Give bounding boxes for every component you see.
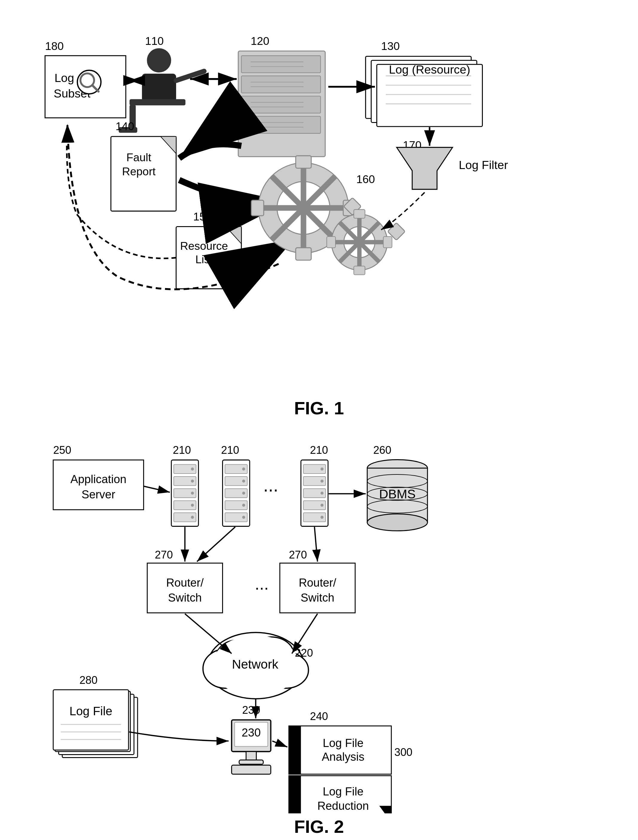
svg-text:230: 230 xyxy=(242,726,261,739)
resource-list-text-1: Resource xyxy=(180,240,228,252)
arrow-computer-analysis xyxy=(272,741,287,747)
svg-point-38 xyxy=(191,516,194,519)
log-file-analysis-text-2: Analysis xyxy=(322,750,365,763)
ref-150: 150 xyxy=(193,210,212,223)
svg-point-47 xyxy=(242,492,245,495)
svg-point-45 xyxy=(242,468,245,471)
ref-240: 240 xyxy=(310,710,328,723)
log-reduction-band xyxy=(289,776,301,813)
svg-point-37 xyxy=(191,504,194,507)
page: 180 Log Subset 110 xyxy=(0,0,638,840)
ref-180: 180 xyxy=(45,40,64,52)
fig2-diagram: 250 Application Server 210 210 210 xyxy=(24,437,614,813)
svg-point-46 xyxy=(242,479,245,482)
log-file-reduction-text-2: Reduction xyxy=(317,799,369,812)
person-seat xyxy=(129,99,185,106)
ref-250: 250 xyxy=(53,444,71,456)
ref-230: 230 xyxy=(242,704,261,716)
ref-270-left: 270 xyxy=(155,549,173,561)
server-icon-2 xyxy=(223,460,250,527)
ref-270-right: 270 xyxy=(289,549,307,561)
svg-point-35 xyxy=(191,479,194,482)
svg-rect-10 xyxy=(296,156,311,168)
arrow-server2-router xyxy=(197,527,235,562)
svg-point-58 xyxy=(321,492,324,495)
app-server-text-1: Application xyxy=(70,473,126,486)
log-resource-label: Log (Resource) xyxy=(389,63,470,76)
svg-rect-25 xyxy=(383,237,392,248)
fault-report-text-2: Report xyxy=(122,165,156,178)
router-switch-right-text-1: Router/ xyxy=(298,576,336,589)
log-file-analysis-text-1: Log File xyxy=(323,737,363,749)
svg-rect-24 xyxy=(327,237,335,248)
server-unit-2 xyxy=(241,76,321,93)
ref-220-label: 220 xyxy=(295,647,313,659)
server-unit-1 xyxy=(241,55,321,73)
resource-list-text-2: List xyxy=(195,253,213,266)
log-filter-funnel xyxy=(397,147,453,189)
fault-report-text-1: Fault xyxy=(126,151,152,164)
svg-rect-11 xyxy=(296,248,311,260)
app-server-text-2: Server xyxy=(82,488,115,501)
svg-rect-72 xyxy=(232,765,271,774)
svg-rect-70 xyxy=(246,751,256,760)
dbms-bottom xyxy=(367,514,428,531)
person-body xyxy=(142,74,176,102)
fig1-diagram: 180 Log Subset 110 xyxy=(24,18,614,395)
router-switch-right-text-2: Switch xyxy=(301,591,335,604)
arrow-server-fault xyxy=(179,144,241,158)
svg-point-60 xyxy=(321,516,324,519)
person-head xyxy=(147,49,171,72)
log-filter-label: Log Filter xyxy=(459,158,508,171)
log-analysis-band xyxy=(289,726,301,774)
svg-point-49 xyxy=(242,516,245,519)
router-switch-left-text-1: Router/ xyxy=(166,576,204,589)
router-switch-left-text-2: Switch xyxy=(168,591,202,604)
server-unit-4 xyxy=(241,116,321,133)
arrow-server3-router xyxy=(314,527,317,562)
svg-point-56 xyxy=(321,468,324,471)
server-icon-3 xyxy=(301,460,328,527)
ref-260: 260 xyxy=(373,444,392,456)
fig2-label: FIG. 2 xyxy=(24,816,614,837)
svg-rect-77 xyxy=(53,690,129,750)
arrow-filter-gear-dashed xyxy=(381,192,425,230)
ref-140: 140 xyxy=(115,120,134,133)
arrow-logfile-computer xyxy=(129,732,229,741)
ref-210-3: 210 xyxy=(310,444,328,456)
svg-point-34 xyxy=(191,468,194,471)
svg-rect-12 xyxy=(251,200,264,216)
ref-130: 130 xyxy=(381,40,400,52)
dots-1: ··· xyxy=(264,479,278,499)
dots-2: ··· xyxy=(255,578,268,597)
log-subset-text-1: Log xyxy=(54,71,74,84)
log-file-icon: Log File xyxy=(53,690,137,758)
arrow-appserver-server1 xyxy=(144,486,170,492)
arrow-router-left-network xyxy=(185,614,231,653)
svg-point-57 xyxy=(321,479,324,482)
log-file-reduction-text-1: Log File xyxy=(323,785,363,798)
dbms-label: DBMS xyxy=(379,487,415,501)
svg-rect-23 xyxy=(354,266,365,275)
svg-text:Network: Network xyxy=(232,657,279,671)
ref-160: 160 xyxy=(356,173,375,185)
svg-text:Log File: Log File xyxy=(69,704,112,718)
ref-300: 300 xyxy=(394,746,412,758)
ref-210-2: 210 xyxy=(221,444,239,456)
ref-120: 120 xyxy=(251,35,269,47)
svg-rect-22 xyxy=(354,209,365,218)
ref-210-1: 210 xyxy=(173,444,191,456)
ref-280: 280 xyxy=(79,674,98,686)
server-unit-3 xyxy=(241,96,321,113)
ref-110: 110 xyxy=(145,35,164,47)
svg-point-48 xyxy=(242,504,245,507)
server-icon-1 xyxy=(171,460,199,527)
svg-point-36 xyxy=(191,492,194,495)
svg-point-59 xyxy=(321,504,324,507)
fig1-label: FIG. 1 xyxy=(24,398,614,419)
computer-icon: 230 xyxy=(232,720,271,774)
svg-rect-71 xyxy=(239,760,264,764)
